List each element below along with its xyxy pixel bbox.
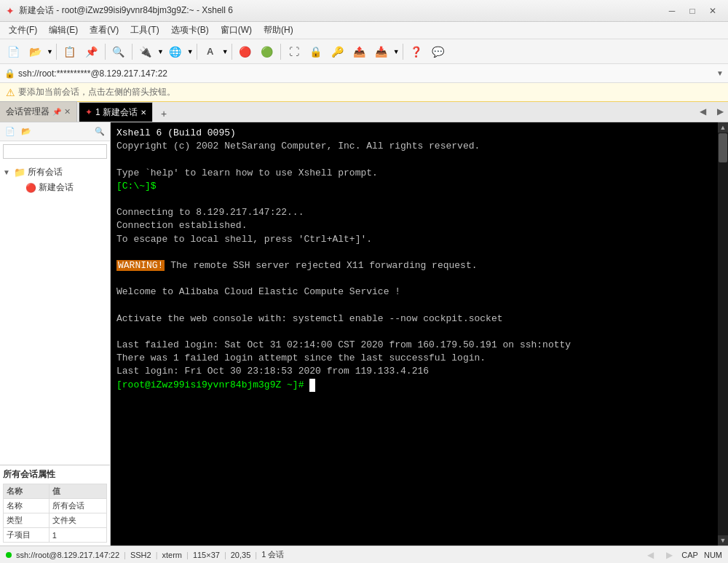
toolbar-sep-2 (105, 44, 106, 60)
addressbar: 🔒 ssh://root:**********@8.129.217.147:22… (0, 64, 728, 83)
tree-item-all-sessions[interactable]: ▼ 📁 所有会话 (0, 165, 110, 180)
green-icon-button[interactable]: 🟢 (257, 42, 277, 62)
term-line-6: Connecting to 8.129.217.147:22... (116, 206, 722, 219)
scroll-thumb[interactable] (719, 133, 727, 162)
sidebar-toolbar: 📄 📂 🔍 (0, 122, 110, 141)
toolbar-sep-3 (132, 44, 132, 60)
connect-button[interactable]: 🔌 (135, 42, 156, 62)
tab-nav-right[interactable]: ▶ (712, 101, 728, 122)
upload-button[interactable]: 📤 (349, 42, 370, 62)
tree-item-new-session[interactable]: 🔴 新建会话 (0, 180, 110, 195)
term-line-19: [root@iZwz99isi9yvnr84bjm3g9Z ~]# (116, 379, 722, 392)
status-sep-3: | (186, 551, 189, 559)
scroll-down-arrow[interactable]: ▼ (718, 535, 728, 546)
connect-arrow[interactable]: ▼ (157, 48, 164, 55)
tab-icon: ✦ (85, 107, 92, 117)
hintbar: ⚠ 要添加当前会话，点击左侧的箭头按钮。 (0, 83, 728, 102)
term-line-7: Connection established. (116, 219, 722, 232)
status-sep-1: | (124, 551, 126, 559)
fullscreen-button[interactable]: ⛶ (284, 42, 304, 62)
tab-close-button[interactable]: ✕ (141, 109, 146, 117)
sidebar-open-button[interactable]: 📂 (19, 125, 33, 139)
sidebar-search-toggle[interactable]: 🔍 (92, 125, 107, 139)
menu-help[interactable]: 帮助(H) (258, 23, 299, 39)
open-button[interactable]: 📂 (25, 42, 45, 62)
menu-edit[interactable]: 编辑(E) (43, 23, 84, 39)
main-content: 📄 📂 🔍 ▼ 📁 所有会话 🔴 新建会话 所有会话属性 (0, 122, 728, 546)
open-arrow[interactable]: ▼ (47, 48, 53, 55)
copy-button[interactable]: 📋 (60, 42, 80, 62)
tab-nav-left[interactable]: ◀ (695, 101, 711, 122)
prop-name-key: 名称 (4, 499, 50, 513)
maximize-button[interactable]: □ (683, 4, 702, 18)
chat-button[interactable]: 💬 (428, 42, 448, 62)
menubar: 文件(F) 编辑(E) 查看(V) 工具(T) 选项卡(B) 窗口(W) 帮助(… (0, 22, 728, 39)
menu-view[interactable]: 查看(V) (84, 23, 124, 39)
connection-indicator (6, 552, 12, 558)
properties-table: 名称 值 名称 所有会话 类型 文件夹 子项目 1 (3, 484, 107, 543)
tabbar: 会话管理器 📌 ✕ ✦ 1 新建会话 ✕ + ◀ ▶ (0, 102, 728, 122)
status-sessions: 1 会话 (261, 549, 284, 560)
font-arrow[interactable]: ▼ (222, 48, 229, 55)
key-button[interactable]: 🔑 (328, 42, 348, 62)
search-button[interactable]: 🔍 (108, 42, 129, 62)
status-nav-prev[interactable]: ◀ (644, 548, 657, 562)
minimize-button[interactable]: ─ (662, 4, 681, 18)
prop-col-value: 值 (49, 484, 106, 499)
menu-tools[interactable]: 工具(T) (124, 23, 165, 39)
menu-file[interactable]: 文件(F) (3, 23, 43, 39)
status-nav-next[interactable]: ▶ (662, 548, 676, 562)
terminal-scrollbar: ▲ ▼ (718, 122, 728, 546)
tree-arrow-down: ▼ (3, 168, 12, 176)
status-num: NUM (704, 551, 722, 559)
status-sep-5: | (255, 551, 257, 559)
term-line-3: Type `help' to learn how to use Xshell p… (116, 167, 722, 180)
tab-new-session[interactable]: ✦ 1 新建会话 ✕ (79, 102, 153, 122)
terminal[interactable]: Xshell 6 (Build 0095) Copyright (c) 2002… (111, 122, 728, 546)
prop-children-key: 子项目 (4, 528, 50, 543)
help-button[interactable]: ❓ (406, 42, 427, 62)
menu-window[interactable]: 窗口(W) (215, 23, 258, 39)
folder-icon: 📁 (14, 167, 25, 178)
toolbar: 📄 📂 ▼ 📋 📌 🔍 🔌 ▼ 🌐 ▼ A ▼ 🔴 🟢 ⛶ 🔒 🔑 📤 📥 ▼ … (0, 39, 728, 64)
address-dropdown[interactable]: ▼ (716, 69, 724, 77)
menu-tabs[interactable]: 选项卡(B) (165, 23, 215, 39)
scroll-up-arrow[interactable]: ▲ (718, 122, 728, 133)
status-sep-2: | (156, 551, 158, 559)
font-button[interactable]: A (200, 42, 221, 62)
prop-row-children: 子项目 1 (4, 528, 107, 543)
tab-nav-buttons: ◀ ▶ (695, 101, 728, 122)
session-manager-tab[interactable]: 会话管理器 📌 ✕ (0, 101, 77, 122)
globe-arrow[interactable]: ▼ (187, 48, 194, 55)
download-button[interactable]: 📥 (371, 42, 392, 62)
status-position: 20,35 (231, 551, 251, 559)
app-icon: ✦ (6, 5, 15, 17)
transfer-arrow[interactable]: ▼ (393, 48, 400, 55)
new-session-label: 新建会话 (39, 181, 74, 194)
statusbar: ssh://root@8.129.217.147:22 | SSH2 | xte… (0, 546, 728, 563)
toolbar-sep-7 (403, 44, 403, 60)
title-text: 新建会话 - root@iZwz99isi9yvnr84bjm3g9Z:~ - … (19, 4, 662, 17)
session-manager-close[interactable]: ✕ (64, 107, 71, 117)
globe-button[interactable]: 🌐 (165, 42, 186, 62)
add-tab-button[interactable]: + (156, 106, 172, 122)
hint-icon: ⚠ (6, 87, 15, 98)
term-line-9 (116, 246, 722, 259)
sidebar-tree: ▼ 📁 所有会话 🔴 新建会话 (0, 162, 110, 465)
close-button[interactable]: ✕ (703, 4, 722, 18)
hint-text: 要添加当前会话，点击左侧的箭头按钮。 (18, 86, 175, 98)
sidebar-search-input[interactable] (3, 144, 107, 159)
toolbar-sep-1 (56, 44, 57, 60)
address-text[interactable]: ssh://root:**********@8.129.217.147:22 (18, 68, 713, 79)
paste-button[interactable]: 📌 (82, 42, 102, 62)
lock-button[interactable]: 🔒 (306, 42, 326, 62)
pin-icon[interactable]: 📌 (52, 108, 61, 116)
sidebar-new-button[interactable]: 📄 (3, 125, 17, 139)
new-session-button[interactable]: 📄 (3, 42, 23, 62)
term-line-13 (116, 299, 722, 312)
titlebar: ✦ 新建会话 - root@iZwz99isi9yvnr84bjm3g9Z:~ … (0, 0, 728, 22)
warning-badge: WARNING! (116, 260, 165, 271)
term-line-8: To escape to local shell, press 'Ctrl+Al… (116, 233, 722, 246)
red-icon-button[interactable]: 🔴 (235, 42, 256, 62)
prop-type-key: 类型 (4, 513, 50, 528)
